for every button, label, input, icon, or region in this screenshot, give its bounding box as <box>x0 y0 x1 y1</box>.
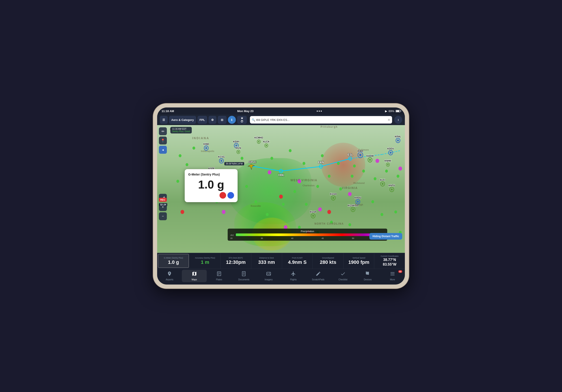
gmeter-value: 1.0 g <box>188 178 234 191</box>
from-value: 4.9nm S <box>288 259 306 265</box>
search-text: I69 GIPLE YRK EKN ES... <box>256 118 386 122</box>
status-date: Mon May 23 <box>237 110 254 113</box>
scratchpads-label: ScratchPads <box>312 278 324 281</box>
filter-icon: ⊟ <box>221 118 223 122</box>
groundspeed-value: 280 kts <box>320 259 336 265</box>
star-button[interactable]: ★⏱ <box>237 116 247 124</box>
toolbar-info-icon: i <box>398 118 399 122</box>
toolbar-info-button[interactable]: i <box>394 116 402 124</box>
map-area[interactable]: YRK EKN ESL <box>157 125 405 253</box>
documents-icon <box>241 271 246 278</box>
checklist-label: Checklist <box>339 278 348 281</box>
data-cell-vspeed: Vertical Speed 1900 fpm <box>344 253 375 269</box>
aero-label: Aero & Category <box>171 118 194 122</box>
tab-checklist[interactable]: Checklist <box>331 270 355 282</box>
accuracy-label: Accuracy (Sentry Plus) <box>195 257 215 259</box>
tab-flights[interactable]: Flights <box>281 270 306 282</box>
dot1 <box>317 111 318 112</box>
maps-icon <box>192 271 197 278</box>
precip-unit: dBZ <box>230 234 234 236</box>
toolbar: ☰ Aero & Category FPL ⚙ ⊟ ℹ ★⏱ 🔍 I69 <box>157 114 405 125</box>
search-icon: 🔍 <box>252 118 255 122</box>
info-icon: ℹ <box>231 118 232 122</box>
coordinate-tooltip: 39.06°N/84.14°W <box>224 162 244 165</box>
imagery-label: Imagery <box>265 278 273 281</box>
accuracy-value: 1 m <box>201 259 209 265</box>
status-dots <box>317 111 322 112</box>
battery-fill <box>396 110 399 112</box>
tab-maps[interactable]: Maps <box>182 270 207 282</box>
hiding-traffic-badge[interactable]: Hiding Distant Traffic <box>369 233 402 240</box>
rec-badge: REC <box>159 198 167 202</box>
data-cell-gmeter: G-Meter (Sentry Plus) 1.0 g <box>158 254 189 268</box>
rec-time: 32:24 <box>159 203 167 206</box>
aero-category-button[interactable]: Aero & Category <box>169 116 196 124</box>
dot2 <box>319 111 320 112</box>
data-cell-coords: Current Coordinates 38.77°N83.55°W <box>374 253 405 269</box>
devices-label: Devices <box>364 278 372 281</box>
status-right: ▶ 89% <box>385 110 400 113</box>
zoom-out-button[interactable]: − <box>159 212 167 220</box>
fpl-label: FPL <box>199 118 205 122</box>
tab-scratchpads[interactable]: ScratchPads <box>306 270 330 282</box>
filter-button[interactable]: ⊟ <box>218 116 227 124</box>
tab-imagery[interactable]: Imagery <box>256 270 281 282</box>
gmeter-data-label: G-Meter (Sentry Plus) <box>164 257 183 259</box>
search-bar[interactable]: 🔍 I69 GIPLE YRK EKN ES... ✕ <box>250 116 392 123</box>
gmeter-title: G-Meter (Sentry Plus) <box>188 173 234 176</box>
battery-icon <box>396 110 400 112</box>
svg-rect-139 <box>267 272 271 275</box>
checklist-icon <box>340 271 346 278</box>
from-label: From KAMT <box>292 257 303 259</box>
distance-value: 333 nm <box>258 259 275 265</box>
gmeter-data-value: 1.0 g <box>168 259 179 265</box>
imagery-icon <box>266 271 271 278</box>
eta-value: 12:30pm <box>226 259 246 265</box>
airports-icon <box>167 271 172 278</box>
device-screen: 11:18 AM Mon May 23 ▶ 89% ☰ Aero & Categ… <box>157 107 405 285</box>
more-icon <box>390 271 395 278</box>
left-sidebar: ✏ 📍 ◀ ⎇ + − <box>159 127 167 220</box>
draw-button[interactable]: ✏ <box>159 127 167 135</box>
groundspeed-label: Groundspeed <box>322 257 334 259</box>
gear-icon: ⚙ <box>211 118 214 122</box>
gmeter-blue-indicator <box>227 192 234 199</box>
more-badge: 42 <box>398 270 402 273</box>
search-clear-button[interactable]: ✕ <box>387 118 390 122</box>
tab-devices[interactable]: Devices <box>355 270 380 282</box>
tab-more[interactable]: 42 More <box>380 270 405 282</box>
status-time: 11:16 AM EDT <box>172 128 190 130</box>
svg-rect-135 <box>242 271 245 276</box>
data-cell-distance: Distance to Dest 333 nm <box>251 253 282 269</box>
flights-label: Flights <box>290 278 297 281</box>
status-bar: 11:18 AM Mon May 23 ▶ 89% <box>157 107 405 114</box>
plates-label: Plates <box>216 278 222 281</box>
star-icon: ★⏱ <box>239 116 245 123</box>
coords-value: 38.77°N83.55°W <box>383 258 397 267</box>
status-overlay: 11:16 AM EDT Sentry Plus: Good <box>170 127 192 134</box>
svg-point-140 <box>269 273 270 273</box>
info-circle-button[interactable]: ℹ <box>228 116 236 124</box>
fpl-button[interactable]: FPL <box>198 116 207 124</box>
gear-button[interactable]: ⚙ <box>209 116 216 124</box>
flights-icon <box>291 271 296 278</box>
precip-title: Precipitation <box>230 230 385 233</box>
devices-icon <box>365 271 370 278</box>
more-label: More <box>390 278 395 281</box>
dot3 <box>321 111 322 112</box>
location-button[interactable]: 📍 <box>159 136 167 145</box>
layers-button[interactable]: ☰ <box>160 116 168 124</box>
data-cell-eta: ETA Dest (EDT) 12:30pm <box>221 253 251 269</box>
data-cell-accuracy: Accuracy (Sentry Plus) 1 m <box>190 253 221 269</box>
tab-plates[interactable]: Plates <box>207 270 231 282</box>
tab-airports[interactable]: Airports <box>157 270 182 282</box>
battery-pct: 89% <box>388 110 394 113</box>
data-cell-groundspeed: Groundspeed 280 kts <box>313 253 344 269</box>
expand-button[interactable]: ◀ <box>159 146 167 154</box>
coords-label: Current Coordinates <box>381 255 398 257</box>
tab-documents[interactable]: Documents <box>231 270 256 282</box>
documents-label: Documents <box>238 278 249 281</box>
maps-label: Maps <box>191 278 197 281</box>
data-cell-from: From KAMT 4.9nm S <box>282 253 313 269</box>
vspeed-value: 1900 fpm <box>348 259 369 265</box>
